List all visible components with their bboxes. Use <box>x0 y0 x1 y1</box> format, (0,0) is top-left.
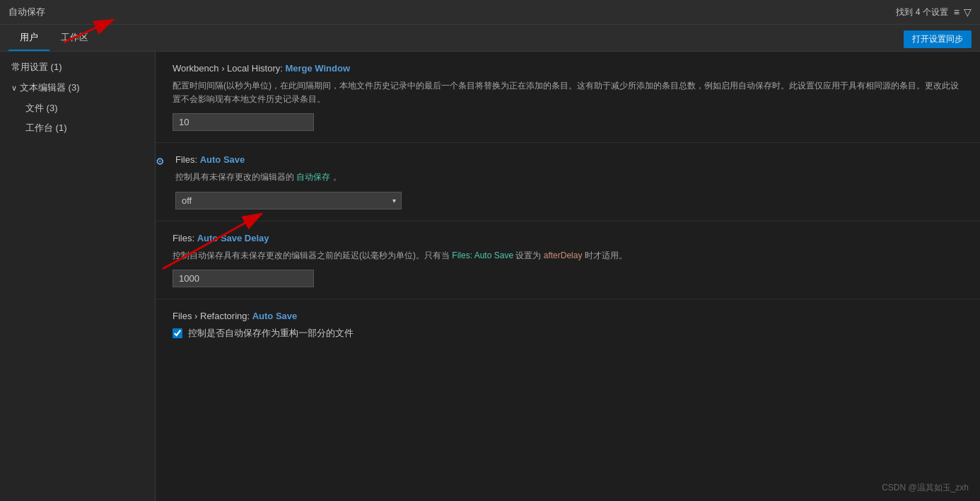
sidebar: 常用设置 (1) ∨文本编辑器 (3) 文件 (3) 工作台 (1) <box>0 52 156 501</box>
auto-save-link[interactable]: 自动保存 <box>296 172 330 182</box>
refactoring-checkbox-row: 控制是否自动保存作为重构一部分的文件 <box>173 327 963 340</box>
sidebar-item-common[interactable]: 常用设置 (1) <box>0 57 155 78</box>
setting-auto-save: ⚙ Files: Auto Save 控制具有未保存更改的编辑器的 自动保存 。… <box>156 143 980 221</box>
auto-save-delay-desc: 控制自动保存具有未保存更改的编辑器之前的延迟(以毫秒为单位)。只有当 Files… <box>173 249 963 263</box>
setting-merge-window: Workbench › Local History: Merge Window … <box>156 52 980 143</box>
auto-save-delay-input[interactable] <box>173 270 314 287</box>
search-results-count: 找到 4 个设置 <box>896 6 947 18</box>
filter-icon[interactable]: ▽ <box>964 6 972 18</box>
top-bar-title: 自动保存 <box>8 6 45 18</box>
tab-workspace[interactable]: 工作区 <box>49 25 100 51</box>
sync-settings-button[interactable]: 打开设置同步 <box>904 30 972 48</box>
sidebar-item-files[interactable]: 文件 (3) <box>0 98 155 119</box>
refactoring-auto-save-title: Files › Refactoring: Auto Save <box>173 311 963 321</box>
sidebar-item-workbench[interactable]: 工作台 (1) <box>0 118 155 139</box>
top-bar-right: 找到 4 个设置 ≡ ▽ <box>896 6 972 18</box>
auto-save-delay-title: Files: Auto Save Delay <box>173 233 963 243</box>
tabs-container: 用户 工作区 <box>8 25 100 51</box>
top-bar-icons: ≡ ▽ <box>954 6 972 18</box>
gear-icon[interactable]: ⚙ <box>156 156 165 167</box>
setting-refactoring-auto-save: Files › Refactoring: Auto Save 控制是否自动保存作… <box>156 299 980 351</box>
auto-save-title: Files: Auto Save <box>175 154 963 165</box>
tab-bar: 用户 工作区 打开设置同步 <box>0 25 980 52</box>
auto-save-select[interactable]: off afterDelay onFocusChange onWindowCha… <box>175 192 402 209</box>
tab-user[interactable]: 用户 <box>8 25 49 51</box>
watermark: CSDN @温其如玉_zxh <box>882 482 969 494</box>
refactoring-auto-save-label: 控制是否自动保存作为重构一部分的文件 <box>188 327 354 340</box>
auto-save-desc: 控制具有未保存更改的编辑器的 自动保存 。 <box>175 171 963 184</box>
expand-icon: ∨ <box>11 84 17 92</box>
top-bar: 自动保存 找到 4 个设置 ≡ ▽ <box>0 0 980 25</box>
refactoring-auto-save-checkbox[interactable] <box>173 328 182 338</box>
sidebar-item-text-editor[interactable]: ∨文本编辑器 (3) <box>0 78 155 98</box>
setting-auto-save-delay: Files: Auto Save Delay 控制自动保存具有未保存更改的编辑器… <box>156 221 980 299</box>
main-area: 常用设置 (1) ∨文本编辑器 (3) 文件 (3) 工作台 (1) Workb… <box>0 52 980 501</box>
merge-window-desc: 配置时间间隔(以秒为单位)，在此间隔期间，本地文件历史记录中的最后一个条目将替换… <box>173 79 963 106</box>
list-icon[interactable]: ≡ <box>954 6 959 18</box>
auto-save-select-container: off afterDelay onFocusChange onWindowCha… <box>175 192 402 209</box>
merge-window-title: Workbench › Local History: Merge Window <box>173 63 963 74</box>
merge-window-input[interactable] <box>173 113 314 131</box>
settings-content: Workbench › Local History: Merge Window … <box>156 52 980 501</box>
auto-save-delay-link[interactable]: Files: Auto Save <box>452 250 513 260</box>
